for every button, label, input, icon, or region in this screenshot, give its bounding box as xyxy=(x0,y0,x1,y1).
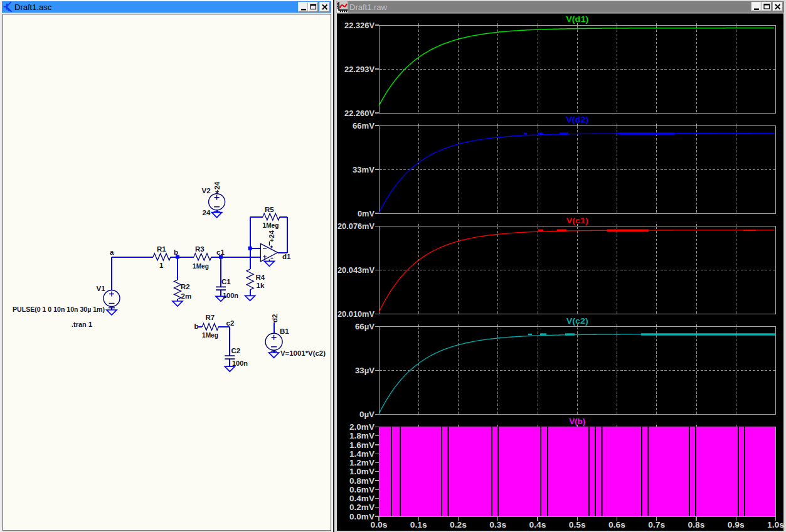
svg-text:1Meg: 1Meg xyxy=(202,331,218,339)
svg-text:1.0mV: 1.0mV xyxy=(349,467,374,476)
svg-text:Draft1.raw: Draft1.raw xyxy=(349,3,388,12)
svg-text:0.6s: 0.6s xyxy=(608,520,625,529)
svg-text:1Meg: 1Meg xyxy=(263,221,279,229)
svg-text:1: 1 xyxy=(159,262,164,269)
svg-text:100n: 100n xyxy=(232,359,248,367)
svg-text:1.0s: 1.0s xyxy=(767,520,784,529)
svg-text:V1: V1 xyxy=(97,285,106,292)
svg-text:C1: C1 xyxy=(221,278,231,285)
svg-text:66mV: 66mV xyxy=(353,121,374,130)
svg-text:V(c2): V(c2) xyxy=(566,316,588,326)
svg-text:R7: R7 xyxy=(206,314,215,321)
svg-text:R3: R3 xyxy=(195,245,204,253)
svg-text:1.4mV: 1.4mV xyxy=(349,449,374,459)
svg-text:2.0mV: 2.0mV xyxy=(349,422,374,432)
svg-text:24: 24 xyxy=(203,209,211,216)
svg-text:0µV: 0µV xyxy=(359,410,374,419)
svg-text:0.2mV: 0.2mV xyxy=(349,503,374,512)
svg-text:R4: R4 xyxy=(256,274,265,281)
svg-text:+24: +24 xyxy=(268,230,275,242)
svg-text:.tran 1: .tran 1 xyxy=(72,321,93,328)
svg-text:20.043mV: 20.043mV xyxy=(337,265,374,275)
svg-text:22.260V: 22.260V xyxy=(344,109,374,118)
svg-text:R5: R5 xyxy=(265,206,274,213)
svg-text:0.8s: 0.8s xyxy=(688,520,705,529)
svg-text:c2: c2 xyxy=(226,319,235,327)
svg-text:1.2mV: 1.2mV xyxy=(349,458,374,467)
svg-text:66µV: 66µV xyxy=(355,322,374,331)
svg-text:0.8mV: 0.8mV xyxy=(349,476,374,486)
svg-text:0.7s: 0.7s xyxy=(648,520,665,529)
svg-text:d2: d2 xyxy=(271,314,279,322)
svg-text:0.3s: 0.3s xyxy=(489,520,506,529)
svg-text:22.326V: 22.326V xyxy=(344,21,374,30)
svg-text:20.076mV: 20.076mV xyxy=(337,221,374,231)
svg-text:V2: V2 xyxy=(202,187,211,194)
svg-text:0.5s: 0.5s xyxy=(569,520,586,529)
svg-text:V=1001*V(c2): V=1001*V(c2) xyxy=(280,349,326,357)
svg-text:C2: C2 xyxy=(231,347,241,354)
svg-text:R1: R1 xyxy=(157,245,166,253)
svg-text:PULSE(0 1 0 10n 10n 30µ 1m): PULSE(0 1 0 10n 10n 30µ 1m) xyxy=(13,306,105,313)
svg-text:a: a xyxy=(110,248,114,256)
svg-text:33mV: 33mV xyxy=(353,165,374,174)
svg-text:22.293V: 22.293V xyxy=(344,65,374,74)
svg-text:2m: 2m xyxy=(181,292,192,300)
svg-text:100n: 100n xyxy=(223,292,238,299)
svg-text:33µV: 33µV xyxy=(355,366,374,375)
svg-text:d1: d1 xyxy=(282,253,291,260)
svg-text:b: b xyxy=(194,322,199,330)
svg-text:0mV: 0mV xyxy=(358,209,374,218)
svg-text:0.0s: 0.0s xyxy=(371,520,388,529)
svg-text:b: b xyxy=(174,248,178,256)
svg-text:Draft1.asc: Draft1.asc xyxy=(14,3,52,12)
svg-text:V(d1): V(d1) xyxy=(566,14,588,24)
svg-text:V(d2): V(d2) xyxy=(566,115,588,124)
svg-text:+24: +24 xyxy=(213,181,221,194)
svg-text:0.4s: 0.4s xyxy=(529,520,546,529)
svg-text:1k: 1k xyxy=(257,282,265,289)
svg-text:0.6mV: 0.6mV xyxy=(349,485,374,494)
svg-text:V(b): V(b) xyxy=(569,417,585,426)
svg-text:0.9s: 0.9s xyxy=(728,520,745,529)
svg-text:0.2s: 0.2s xyxy=(450,520,467,529)
svg-text:1.8mV: 1.8mV xyxy=(349,431,374,440)
svg-text:0.1s: 0.1s xyxy=(410,520,427,529)
svg-text:c1: c1 xyxy=(216,248,225,256)
svg-text:20.010mV: 20.010mV xyxy=(337,309,374,319)
svg-text:1Meg: 1Meg xyxy=(193,262,209,270)
svg-text:V(c1): V(c1) xyxy=(566,216,588,225)
svg-text:0.4mV: 0.4mV xyxy=(349,494,374,503)
svg-text:1.6mV: 1.6mV xyxy=(349,440,374,450)
svg-text:R2: R2 xyxy=(181,283,190,290)
svg-text:B1: B1 xyxy=(280,327,289,335)
